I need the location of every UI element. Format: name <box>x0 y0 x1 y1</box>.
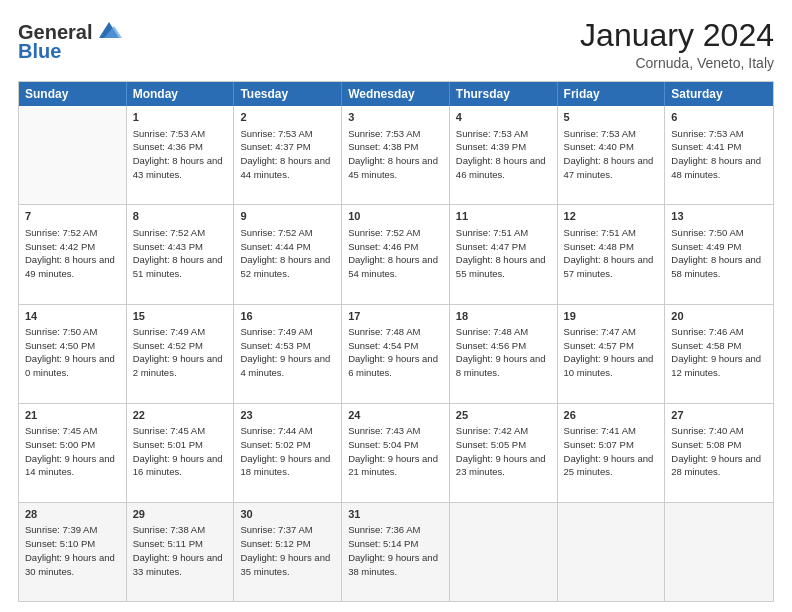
day-number: 28 <box>25 507 120 522</box>
day-info: Sunrise: 7:53 AM Sunset: 4:40 PM Dayligh… <box>564 127 659 182</box>
calendar-cell: 4Sunrise: 7:53 AM Sunset: 4:39 PM Daylig… <box>450 106 558 204</box>
calendar-cell: 3Sunrise: 7:53 AM Sunset: 4:38 PM Daylig… <box>342 106 450 204</box>
calendar-cell: 11Sunrise: 7:51 AM Sunset: 4:47 PM Dayli… <box>450 205 558 303</box>
day-info: Sunrise: 7:45 AM Sunset: 5:00 PM Dayligh… <box>25 424 120 479</box>
day-info: Sunrise: 7:52 AM Sunset: 4:42 PM Dayligh… <box>25 226 120 281</box>
day-number: 25 <box>456 408 551 423</box>
day-number: 5 <box>564 110 659 125</box>
day-number: 21 <box>25 408 120 423</box>
calendar-cell: 5Sunrise: 7:53 AM Sunset: 4:40 PM Daylig… <box>558 106 666 204</box>
day-info: Sunrise: 7:51 AM Sunset: 4:48 PM Dayligh… <box>564 226 659 281</box>
day-number: 15 <box>133 309 228 324</box>
calendar-cell <box>665 503 773 601</box>
day-number: 30 <box>240 507 335 522</box>
calendar-cell: 25Sunrise: 7:42 AM Sunset: 5:05 PM Dayli… <box>450 404 558 502</box>
calendar-header-cell: Monday <box>127 82 235 106</box>
calendar-cell: 21Sunrise: 7:45 AM Sunset: 5:00 PM Dayli… <box>19 404 127 502</box>
day-number: 4 <box>456 110 551 125</box>
calendar-cell: 10Sunrise: 7:52 AM Sunset: 4:46 PM Dayli… <box>342 205 450 303</box>
day-number: 2 <box>240 110 335 125</box>
day-number: 7 <box>25 209 120 224</box>
calendar-cell: 15Sunrise: 7:49 AM Sunset: 4:52 PM Dayli… <box>127 305 235 403</box>
calendar-row: 1Sunrise: 7:53 AM Sunset: 4:36 PM Daylig… <box>19 106 773 204</box>
calendar-cell: 19Sunrise: 7:47 AM Sunset: 4:57 PM Dayli… <box>558 305 666 403</box>
calendar-cell <box>558 503 666 601</box>
page: General Blue January 2024 Cornuda, Venet… <box>0 0 792 612</box>
day-info: Sunrise: 7:53 AM Sunset: 4:36 PM Dayligh… <box>133 127 228 182</box>
calendar-header: SundayMondayTuesdayWednesdayThursdayFrid… <box>19 82 773 106</box>
day-number: 12 <box>564 209 659 224</box>
calendar-row: 21Sunrise: 7:45 AM Sunset: 5:00 PM Dayli… <box>19 403 773 502</box>
day-info: Sunrise: 7:46 AM Sunset: 4:58 PM Dayligh… <box>671 325 767 380</box>
calendar-header-cell: Friday <box>558 82 666 106</box>
day-info: Sunrise: 7:40 AM Sunset: 5:08 PM Dayligh… <box>671 424 767 479</box>
day-number: 18 <box>456 309 551 324</box>
calendar-cell: 20Sunrise: 7:46 AM Sunset: 4:58 PM Dayli… <box>665 305 773 403</box>
day-number: 10 <box>348 209 443 224</box>
day-number: 31 <box>348 507 443 522</box>
day-number: 23 <box>240 408 335 423</box>
day-number: 8 <box>133 209 228 224</box>
day-number: 19 <box>564 309 659 324</box>
day-info: Sunrise: 7:51 AM Sunset: 4:47 PM Dayligh… <box>456 226 551 281</box>
day-info: Sunrise: 7:49 AM Sunset: 4:52 PM Dayligh… <box>133 325 228 380</box>
day-info: Sunrise: 7:52 AM Sunset: 4:44 PM Dayligh… <box>240 226 335 281</box>
calendar: SundayMondayTuesdayWednesdayThursdayFrid… <box>18 81 774 602</box>
calendar-row: 14Sunrise: 7:50 AM Sunset: 4:50 PM Dayli… <box>19 304 773 403</box>
calendar-cell: 29Sunrise: 7:38 AM Sunset: 5:11 PM Dayli… <box>127 503 235 601</box>
day-info: Sunrise: 7:37 AM Sunset: 5:12 PM Dayligh… <box>240 523 335 578</box>
day-number: 29 <box>133 507 228 522</box>
day-number: 14 <box>25 309 120 324</box>
day-number: 11 <box>456 209 551 224</box>
day-info: Sunrise: 7:50 AM Sunset: 4:50 PM Dayligh… <box>25 325 120 380</box>
calendar-cell: 26Sunrise: 7:41 AM Sunset: 5:07 PM Dayli… <box>558 404 666 502</box>
calendar-cell: 24Sunrise: 7:43 AM Sunset: 5:04 PM Dayli… <box>342 404 450 502</box>
calendar-cell: 27Sunrise: 7:40 AM Sunset: 5:08 PM Dayli… <box>665 404 773 502</box>
title-block: January 2024 Cornuda, Veneto, Italy <box>580 18 774 71</box>
day-number: 1 <box>133 110 228 125</box>
calendar-cell: 12Sunrise: 7:51 AM Sunset: 4:48 PM Dayli… <box>558 205 666 303</box>
day-info: Sunrise: 7:41 AM Sunset: 5:07 PM Dayligh… <box>564 424 659 479</box>
calendar-cell: 31Sunrise: 7:36 AM Sunset: 5:14 PM Dayli… <box>342 503 450 601</box>
day-info: Sunrise: 7:47 AM Sunset: 4:57 PM Dayligh… <box>564 325 659 380</box>
day-number: 17 <box>348 309 443 324</box>
calendar-header-cell: Wednesday <box>342 82 450 106</box>
calendar-header-cell: Sunday <box>19 82 127 106</box>
day-info: Sunrise: 7:42 AM Sunset: 5:05 PM Dayligh… <box>456 424 551 479</box>
day-number: 22 <box>133 408 228 423</box>
day-info: Sunrise: 7:52 AM Sunset: 4:43 PM Dayligh… <box>133 226 228 281</box>
day-info: Sunrise: 7:45 AM Sunset: 5:01 PM Dayligh… <box>133 424 228 479</box>
day-number: 16 <box>240 309 335 324</box>
logo: General Blue <box>18 18 124 63</box>
day-number: 24 <box>348 408 443 423</box>
calendar-header-cell: Saturday <box>665 82 773 106</box>
day-info: Sunrise: 7:49 AM Sunset: 4:53 PM Dayligh… <box>240 325 335 380</box>
calendar-cell: 2Sunrise: 7:53 AM Sunset: 4:37 PM Daylig… <box>234 106 342 204</box>
calendar-cell <box>450 503 558 601</box>
day-info: Sunrise: 7:53 AM Sunset: 4:37 PM Dayligh… <box>240 127 335 182</box>
calendar-cell <box>19 106 127 204</box>
calendar-cell: 16Sunrise: 7:49 AM Sunset: 4:53 PM Dayli… <box>234 305 342 403</box>
calendar-cell: 7Sunrise: 7:52 AM Sunset: 4:42 PM Daylig… <box>19 205 127 303</box>
day-number: 27 <box>671 408 767 423</box>
main-title: January 2024 <box>580 18 774 53</box>
header: General Blue January 2024 Cornuda, Venet… <box>18 18 774 71</box>
day-info: Sunrise: 7:53 AM Sunset: 4:38 PM Dayligh… <box>348 127 443 182</box>
day-number: 26 <box>564 408 659 423</box>
day-info: Sunrise: 7:50 AM Sunset: 4:49 PM Dayligh… <box>671 226 767 281</box>
calendar-cell: 18Sunrise: 7:48 AM Sunset: 4:56 PM Dayli… <box>450 305 558 403</box>
day-info: Sunrise: 7:39 AM Sunset: 5:10 PM Dayligh… <box>25 523 120 578</box>
logo-icon <box>94 18 124 42</box>
day-number: 13 <box>671 209 767 224</box>
calendar-cell: 14Sunrise: 7:50 AM Sunset: 4:50 PM Dayli… <box>19 305 127 403</box>
calendar-header-cell: Thursday <box>450 82 558 106</box>
calendar-cell: 22Sunrise: 7:45 AM Sunset: 5:01 PM Dayli… <box>127 404 235 502</box>
calendar-row: 7Sunrise: 7:52 AM Sunset: 4:42 PM Daylig… <box>19 204 773 303</box>
day-info: Sunrise: 7:36 AM Sunset: 5:14 PM Dayligh… <box>348 523 443 578</box>
calendar-cell: 1Sunrise: 7:53 AM Sunset: 4:36 PM Daylig… <box>127 106 235 204</box>
calendar-cell: 13Sunrise: 7:50 AM Sunset: 4:49 PM Dayli… <box>665 205 773 303</box>
day-info: Sunrise: 7:48 AM Sunset: 4:56 PM Dayligh… <box>456 325 551 380</box>
calendar-cell: 28Sunrise: 7:39 AM Sunset: 5:10 PM Dayli… <box>19 503 127 601</box>
day-info: Sunrise: 7:52 AM Sunset: 4:46 PM Dayligh… <box>348 226 443 281</box>
calendar-cell: 17Sunrise: 7:48 AM Sunset: 4:54 PM Dayli… <box>342 305 450 403</box>
